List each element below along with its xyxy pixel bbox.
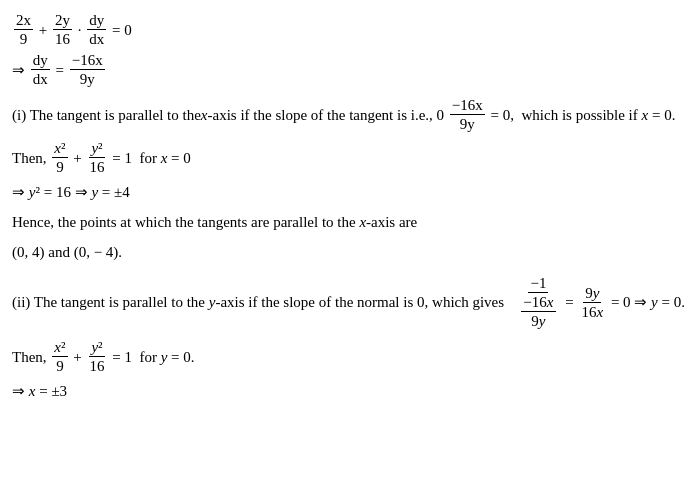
frac-dy-dx: dy dx — [87, 11, 106, 48]
frac-9y-16x: 9y 16x — [579, 284, 605, 321]
points-x-axis: (0, 4) and (0, − 4). — [12, 240, 685, 264]
part-ii-intro: (ii) The tangent is parallel to the y-ax… — [12, 290, 515, 314]
part-i-section: (i) The tangent is parallel to the x -ax… — [12, 96, 685, 264]
frac-y2-16: y² 16 — [87, 139, 106, 176]
part-ii-section: (ii) The tangent is parallel to the y-ax… — [12, 274, 685, 403]
part-ii-label: (ii) The tangent is parallel to the y-ax… — [12, 294, 504, 310]
then-line-1: Then, x² 9 + y² 16 = 1 for x = 0 — [12, 139, 685, 176]
frac-dy-dx-2: dy dx — [31, 51, 50, 88]
top-equation-block: 2x 9 + 2y 16 · dy dx = 0 ⇒ dy dx = −16x … — [12, 11, 685, 88]
part-i-label: (i) The tangent is parallel to the — [12, 103, 201, 127]
equation-line-1: 2x 9 + 2y 16 · dy dx = 0 — [12, 11, 685, 48]
then-label-2: Then, — [12, 345, 50, 369]
hence-text: Hence, the points at which the tangents … — [12, 210, 685, 234]
frac-y2-16-2: y² 16 — [87, 338, 106, 375]
equation-line-2: ⇒ dy dx = −16x 9y — [12, 51, 685, 88]
frac-2y-16: 2y 16 — [53, 11, 72, 48]
outer-fraction: −1 −16x 9y — [517, 274, 559, 330]
y-solution: ⇒ y² = 16 ⇒ y = ±4 — [12, 180, 685, 204]
complex-fraction-block: −1 −16x 9y = 9y 16x = 0 ⇒ y = 0. — [515, 274, 685, 330]
then-line-2: Then, x² 9 + y² 16 = 1 for y = 0. — [12, 338, 685, 375]
frac-x2-9: x² 9 — [52, 139, 67, 176]
frac-neg16x-9y-inline: −16x 9y — [450, 96, 485, 133]
frac-2x-9: 2x 9 — [12, 11, 35, 48]
then-label-1: Then, — [12, 146, 50, 170]
frac-x2-9-2: x² 9 — [52, 338, 67, 375]
x-axis-label: x — [201, 103, 208, 127]
inner-fraction: −16x 9y — [521, 293, 555, 330]
x-solution: ⇒ x = ±3 — [12, 379, 685, 403]
part-i-intro: (i) The tangent is parallel to the x -ax… — [12, 96, 685, 133]
frac-neg16x-9y: −16x 9y — [70, 51, 105, 88]
